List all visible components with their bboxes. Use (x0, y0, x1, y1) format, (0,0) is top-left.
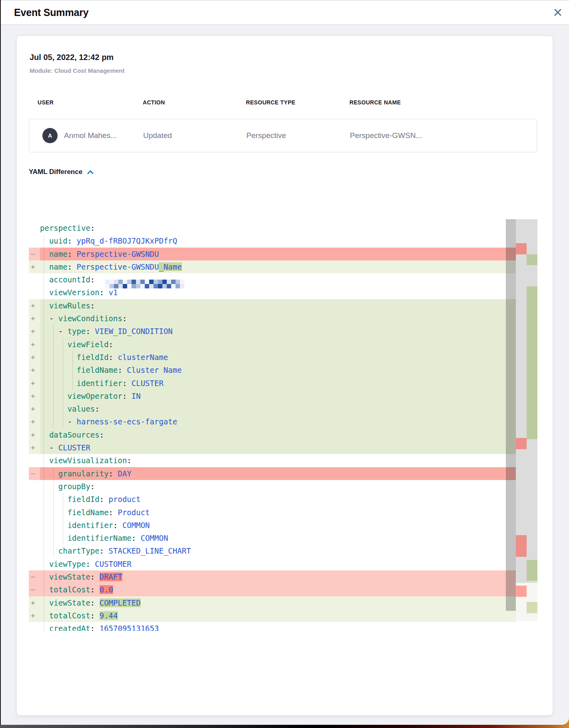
diff-gutter-sign: + (29, 260, 40, 273)
diff-line: + totalCost: 9.44 (29, 609, 516, 622)
diff-line: + dataSources: (29, 428, 516, 441)
close-button[interactable] (552, 7, 563, 18)
diff-line: – viewState: DRAFT (29, 570, 516, 583)
diff-gutter-sign (29, 558, 40, 570)
event-summary-panel: Event Summary Jul 05, 2022, 12:42 pm Mod… (0, 0, 569, 725)
code-text: name: Perspective-GWSNDU (40, 248, 159, 260)
scrollbar-slider[interactable] (506, 219, 516, 611)
diff-line: + - harness-se-ecs-fargate (29, 415, 516, 428)
minimap-marker (527, 602, 537, 613)
resource-type-cell: Perspective (238, 131, 341, 140)
code-text: viewVersion: v1 (40, 286, 118, 299)
code-text: viewVisualization: (40, 454, 132, 467)
diff-line: + viewState: COMPLETED (29, 596, 516, 609)
diff-gutter-sign: + (29, 338, 40, 351)
yaml-difference-header: YAML Difference (29, 168, 94, 176)
code-text: identifier: CLUSTER (40, 377, 164, 390)
code-text: viewState: COMPLETED (40, 596, 141, 609)
diff-gutter-sign: + (29, 377, 40, 390)
diff-line: perspective: (29, 222, 516, 234)
diff-gutter-sign (29, 234, 40, 247)
diff-gutter-sign (29, 493, 40, 506)
diff-line: identifierName: COMMON (29, 532, 516, 544)
minimap-marker (516, 535, 527, 557)
collapse-toggle[interactable] (86, 169, 94, 175)
diff-line: accountId: (29, 273, 516, 286)
diff-gutter-sign: + (29, 390, 40, 402)
diff-line: + values: (29, 402, 516, 415)
diff-line: chartType: STACKED_LINE_CHART (29, 544, 516, 557)
diff-line: + fieldName: Cluster Name (29, 364, 516, 376)
code-text: fieldName: Product (40, 506, 150, 519)
code-text: fieldId: clusterName (40, 351, 168, 364)
code-text: accountId: (40, 273, 184, 286)
diff-line: groupBy: (29, 480, 516, 493)
minimap-marker (516, 243, 527, 254)
diff-gutter-sign: + (29, 609, 40, 622)
code-text: chartType: STACKED_LINE_CHART (40, 544, 191, 557)
code-text: - CLUSTER (40, 441, 90, 454)
diff-line: + fieldId: clusterName (29, 351, 516, 364)
code-text: values: (40, 402, 100, 415)
yaml-diff-editor: perspective: uuid: ypRq_d-fRBOJ7QJKxPDfr… (29, 219, 537, 631)
diff-gutter-sign (29, 544, 40, 557)
code-text: identifierName: COMMON (40, 532, 168, 544)
diff-gutter-sign: – (29, 583, 40, 596)
code-text: identifier: COMMON (40, 519, 150, 532)
diff-gutter-sign: + (29, 299, 40, 312)
diff-gutter-sign (29, 519, 40, 532)
code-text: viewState: DRAFT (40, 570, 122, 583)
event-timestamp: Jul 05, 2022, 12:42 pm (30, 53, 114, 62)
diff-gutter-sign: + (29, 596, 40, 609)
minimap-marker (516, 586, 527, 597)
minimap-marker (516, 438, 527, 449)
code-text: - viewConditions: (40, 312, 127, 325)
diff-gutter-sign: + (29, 364, 40, 376)
diff-line: viewType: CUSTOMER (29, 558, 516, 570)
code-text: uuid: ypRq_d-fRBOJ7QJKxPDfrQ (40, 234, 177, 247)
action-cell: Updated (134, 131, 238, 140)
code-text: name: Perspective-GWSNDU_Name (40, 260, 182, 273)
diff-gutter-sign: + (29, 428, 40, 441)
audit-table-header: USER ACTION RESOURCE TYPE RESOURCE NAME (29, 99, 537, 106)
minimap-marker (527, 560, 537, 581)
diff-gutter-sign: + (29, 312, 40, 325)
code-text: fieldName: Cluster Name (40, 364, 182, 376)
diff-line: viewVersion: v1 (29, 286, 516, 299)
diff-gutter-sign: + (29, 402, 40, 415)
minimap-marker (527, 286, 537, 439)
diff-gutter-sign (29, 273, 40, 286)
diff-line: + identifier: CLUSTER (29, 377, 516, 390)
code-text: fieldId: product (40, 493, 141, 506)
avatar: A (42, 128, 58, 143)
diff-gutter-sign: + (29, 441, 40, 454)
code-text: viewType: CUSTOMER (40, 558, 132, 570)
diff-gutter-sign (29, 286, 40, 299)
chevron-up-icon (87, 170, 94, 176)
diff-line: createdAt: 1657095131653 (29, 622, 516, 631)
event-module: Module: Cloud Cost Management (30, 67, 125, 74)
user-cell: A Anmol Mahes... (29, 128, 134, 143)
diff-line: + - CLUSTER (29, 441, 516, 454)
code-text: viewOperator: IN (40, 390, 141, 402)
diff-gutter-sign (29, 480, 40, 493)
diff-gutter-sign (29, 532, 40, 544)
page-title: Event Summary (14, 0, 88, 24)
diff-lines: perspective: uuid: ypRq_d-fRBOJ7QJKxPDfr… (29, 222, 516, 631)
diff-gutter-sign (29, 222, 40, 234)
diff-line: – granularity: DAY (29, 467, 516, 480)
code-text: dataSources: (40, 428, 104, 441)
diff-line: + name: Perspective-GWSNDU_Name (29, 260, 516, 273)
code-text: - type: VIEW_ID_CONDITION (40, 325, 173, 338)
diff-gutter-sign (29, 622, 40, 631)
resource-name-cell: Perspective-GWSN... (341, 131, 537, 140)
diff-line: + - viewConditions: (29, 312, 516, 325)
minimap[interactable] (516, 219, 537, 631)
diff-line: fieldName: Product (29, 506, 516, 519)
diff-gutter-sign (29, 506, 40, 519)
diff-line: identifier: COMMON (29, 519, 516, 532)
column-header-user: USER (29, 99, 134, 106)
diff-line: – name: Perspective-GWSNDU (29, 248, 516, 260)
diff-gutter-sign: – (29, 467, 40, 480)
code-text: createdAt: 1657095131653 (40, 622, 159, 631)
